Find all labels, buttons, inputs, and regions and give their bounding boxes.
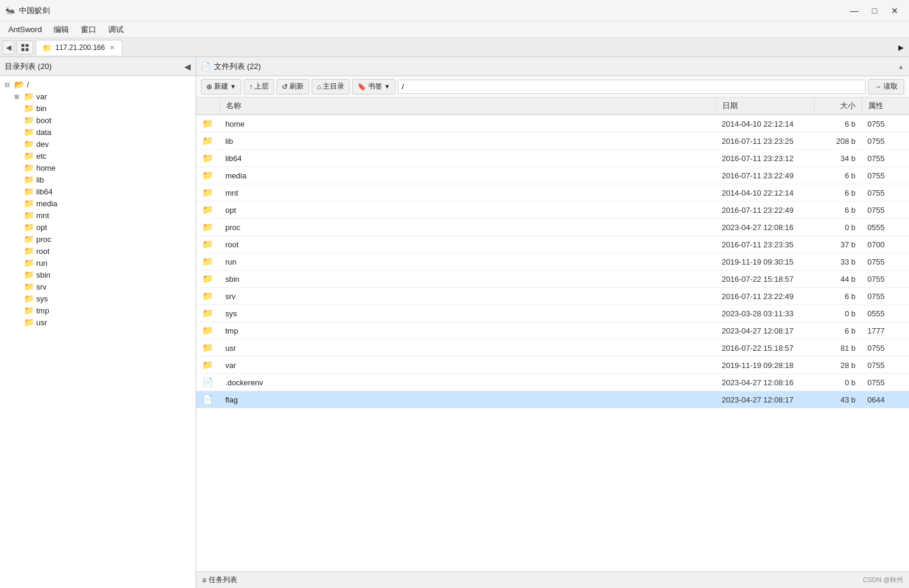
tree-item-opt[interactable]: 📁opt xyxy=(0,221,196,233)
tab-close-button[interactable]: ✕ xyxy=(108,44,116,52)
up-button[interactable]: ↑ 上层 xyxy=(244,79,274,95)
file-name-cell: srv xyxy=(219,288,716,305)
grid-view-button[interactable] xyxy=(17,40,33,55)
tree-expander-var[interactable]: ⊞ xyxy=(12,93,21,100)
home-button[interactable]: ⌂ 主目录 xyxy=(312,79,350,95)
menu-item-编辑[interactable]: 编辑 xyxy=(48,23,75,36)
table-row[interactable]: 📁home2014-04-10 22:12:146 b0755 xyxy=(196,115,909,133)
right-panel-scroll-up[interactable]: ▲ xyxy=(898,63,904,70)
tree-item-root[interactable]: ⊟ 📂 / xyxy=(0,78,196,90)
file-attr-cell: 0755 xyxy=(861,339,909,357)
tree-item-label-proc: proc xyxy=(36,235,51,244)
tree-item-tmp[interactable]: 📁tmp xyxy=(0,304,196,316)
table-row[interactable]: 📁var2019-11-19 09:28:1828 b0755 xyxy=(196,357,909,374)
tree-item-home[interactable]: 📁home xyxy=(0,162,196,174)
menu-item-调试[interactable]: 调试 xyxy=(102,23,130,36)
minimize-button[interactable]: — xyxy=(845,2,864,19)
tree-item-etc[interactable]: 📁etc xyxy=(0,150,196,162)
table-row[interactable]: 📁root2016-07-11 23:23:3537 b0700 xyxy=(196,236,909,253)
table-row[interactable]: 📄flag2023-04-27 12:08:1743 b0644 xyxy=(196,391,909,408)
go-button[interactable]: → 读取 xyxy=(868,79,904,95)
maximize-button[interactable]: □ xyxy=(865,2,884,19)
table-row[interactable]: 📁proc2023-04-27 12:08:160 b0555 xyxy=(196,219,909,236)
folder-icon: 📁 xyxy=(202,325,213,335)
header-date-col[interactable]: 日期 xyxy=(716,98,814,115)
file-attr-cell: 0755 xyxy=(861,374,909,391)
file-size-cell: 33 b xyxy=(814,253,861,271)
file-date-cell: 2016-07-11 23:22:49 xyxy=(716,202,814,219)
table-row[interactable]: 📄.dockerenv2023-04-27 12:08:160 b0755 xyxy=(196,374,909,391)
tab-server[interactable]: 📁 117.21.200.166 ✕ xyxy=(36,40,122,55)
bookmark-button[interactable]: 🔖 书签 ▼ xyxy=(352,79,395,95)
tree-folder-icon-lib64: 📁 xyxy=(24,187,34,196)
table-row[interactable]: 📁lib2016-07-11 23:23:25208 b0755 xyxy=(196,133,909,150)
new-button[interactable]: ⊕ 新建 ▼ xyxy=(201,79,241,95)
svg-rect-3 xyxy=(26,48,29,51)
tree-item-usr[interactable]: 📁usr xyxy=(0,316,196,328)
table-row[interactable]: 📁tmp2023-04-27 12:08:176 b1777 xyxy=(196,322,909,339)
tree-item-var[interactable]: ⊞📁var xyxy=(0,90,196,102)
tree-item-proc[interactable]: 📁proc xyxy=(0,233,196,245)
bookmark-label: 书签 xyxy=(368,81,382,92)
tree-item-root[interactable]: 📁root xyxy=(0,245,196,257)
tree-item-label-boot: boot xyxy=(36,116,51,125)
nav-prev-button[interactable]: ◀ xyxy=(2,40,14,55)
left-panel-collapse-button[interactable]: ◀ xyxy=(184,62,191,71)
tree-children: ⊞📁var📁bin📁boot📁data📁dev📁etc📁home📁lib📁lib… xyxy=(0,90,196,328)
table-row[interactable]: 📁usr2016-07-22 15:18:5781 b0755 xyxy=(196,339,909,357)
file-attr-cell: 0755 xyxy=(861,288,909,305)
file-size-cell: 0 b xyxy=(814,305,861,322)
file-attr-cell: 0755 xyxy=(861,202,909,219)
table-row[interactable]: 📁sbin2016-07-22 15:18:5744 b0755 xyxy=(196,271,909,288)
right-panel-header: 📄 文件列表 (22) ▲ xyxy=(196,57,909,76)
tree-item-boot[interactable]: 📁boot xyxy=(0,114,196,126)
file-icon-cell: 📁 xyxy=(196,271,219,288)
path-input[interactable] xyxy=(398,80,866,94)
tree-item-label-data: data xyxy=(36,128,51,137)
table-row[interactable]: 📁srv2016-07-11 23:22:496 b0755 xyxy=(196,288,909,305)
tree-item-srv[interactable]: 📁srv xyxy=(0,281,196,293)
table-row[interactable]: 📁run2019-11-19 09:30:1533 b0755 xyxy=(196,253,909,271)
folder-icon: 📁 xyxy=(202,153,213,163)
header-attr-col[interactable]: 属性 xyxy=(861,98,909,115)
file-name-cell: var xyxy=(219,357,716,374)
refresh-button[interactable]: ↺ 刷新 xyxy=(276,79,309,95)
file-name-cell: media xyxy=(219,167,716,184)
tree-item-label-home: home xyxy=(36,163,56,172)
menu-item-窗口[interactable]: 窗口 xyxy=(75,23,102,36)
file-date-cell: 2014-04-10 22:12:14 xyxy=(716,115,814,133)
toolbar: ⊕ 新建 ▼ ↑ 上层 ↺ 刷新 ⌂ 主目录 🔖 书签 ▼ xyxy=(196,76,909,98)
header-size-col[interactable]: 大小 xyxy=(814,98,861,115)
table-row[interactable]: 📁sys2023-03-28 03:11:330 b0555 xyxy=(196,305,909,322)
file-date-cell: 2019-11-19 09:30:15 xyxy=(716,253,814,271)
tree-expander-root[interactable]: ⊟ xyxy=(2,81,12,88)
table-header-row: 名称 日期 大小 属性 xyxy=(196,98,909,115)
tree-item-label-dev: dev xyxy=(36,140,49,149)
tree-item-sys[interactable]: 📁sys xyxy=(0,293,196,304)
table-row[interactable]: 📁mnt2014-04-10 22:12:146 b0755 xyxy=(196,184,909,202)
menu-item-AntSword[interactable]: AntSword xyxy=(2,24,48,35)
tree-item-mnt[interactable]: 📁mnt xyxy=(0,209,196,221)
header-name-col[interactable]: 名称 xyxy=(219,98,716,115)
tree-folder-icon-run: 📁 xyxy=(24,258,34,268)
tree-item-label-media: media xyxy=(36,199,57,208)
tree-item-sbin[interactable]: 📁sbin xyxy=(0,269,196,281)
directory-tree: ⊟ 📂 / ⊞📁var📁bin📁boot📁data📁dev📁etc📁home📁l… xyxy=(0,76,196,588)
tree-item-run[interactable]: 📁run xyxy=(0,257,196,269)
tree-item-media[interactable]: 📁media xyxy=(0,197,196,209)
table-row[interactable]: 📁media2016-07-11 23:22:496 b0755 xyxy=(196,167,909,184)
tree-folder-icon-tmp: 📁 xyxy=(24,306,34,315)
tree-item-dev[interactable]: 📁dev xyxy=(0,138,196,150)
tree-item-bin[interactable]: 📁bin xyxy=(0,102,196,114)
table-row[interactable]: 📁lib642016-07-11 23:23:1234 b0755 xyxy=(196,150,909,167)
close-button[interactable]: ✕ xyxy=(885,2,904,19)
tree-item-lib64[interactable]: 📁lib64 xyxy=(0,185,196,197)
tree-item-lib[interactable]: 📁lib xyxy=(0,174,196,185)
statusbar-right: CSDN @秋州 xyxy=(863,576,903,584)
tree-item-data[interactable]: 📁data xyxy=(0,126,196,138)
table-row[interactable]: 📁opt2016-07-11 23:22:496 b0755 xyxy=(196,202,909,219)
tree-folder-icon-media: 📁 xyxy=(24,199,34,208)
tabbar-arrow-right[interactable]: ▶ xyxy=(895,40,907,55)
task-list-icon: ≡ xyxy=(202,576,206,584)
file-name-cell: flag xyxy=(219,391,716,408)
